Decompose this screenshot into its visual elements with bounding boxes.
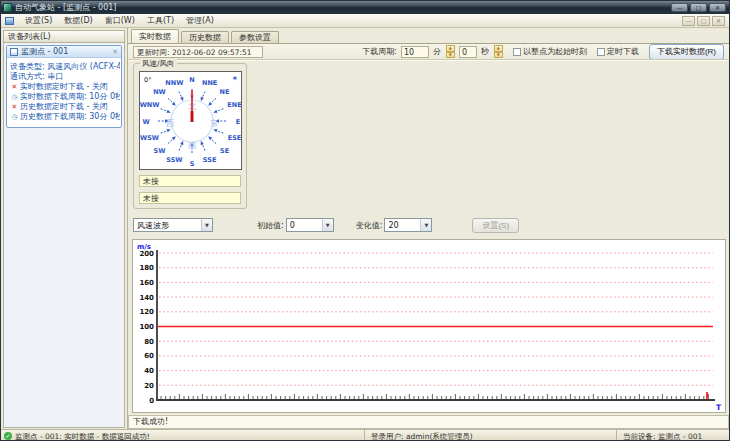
- minimize-button[interactable]: —: [671, 3, 688, 12]
- seconds-down-icon[interactable]: ▼: [494, 52, 503, 59]
- update-time-value: 2012-06-02 09:57:51: [172, 48, 252, 57]
- device-card[interactable]: 监测点 - 001 ✕ 设备类型: 风速风向仪 (ACFX-4)通讯方式: 串口…: [6, 45, 122, 128]
- success-check-icon: ✓: [4, 432, 12, 440]
- compass-direction-label: N: [189, 76, 194, 84]
- chart-panel: 020406080100120140160180200m/sT: [132, 239, 726, 413]
- compass-arrowhead: [213, 129, 217, 132]
- compass-arrowhead: [201, 141, 204, 145]
- mdi-window-buttons: —□✕: [682, 16, 725, 26]
- mdi-restore-button[interactable]: □: [697, 16, 710, 26]
- device-info-line: 通讯方式: 串口: [10, 72, 120, 82]
- minutes-down-icon[interactable]: ▼: [446, 52, 455, 59]
- device-info-line: 设备类型: 风速风向仪 (ACFX-4): [10, 62, 120, 72]
- wind-direction-field: 未接: [139, 175, 241, 187]
- maximize-button[interactable]: □: [690, 3, 707, 12]
- minutes-stepper[interactable]: ▲▼: [446, 45, 455, 58]
- device-status-line: ◷历史数据下载周期: 30分 0秒: [10, 112, 120, 122]
- compass-arrowhead: [208, 102, 212, 106]
- status-section-device: 当前设备: 监测点 - 001: [617, 430, 730, 441]
- compass-arrowhead: [166, 110, 170, 113]
- mdi-close-button[interactable]: ✕: [712, 16, 725, 26]
- y-tick-label: 0: [149, 397, 154, 405]
- compass-direction-label: SSW: [166, 156, 182, 164]
- tab-parameter-settings[interactable]: 参数设置: [231, 31, 279, 43]
- mdi-child-icon: [5, 17, 14, 25]
- y-axis-unit-label: m/s: [137, 243, 151, 251]
- menu-items: 设置(S)数据(D)窗口(W)工具(T)管理(A): [19, 14, 220, 27]
- device-list-header: 设备列表(L): [3, 30, 125, 43]
- chevron-down-icon: ▼: [201, 219, 212, 231]
- waveform-select[interactable]: 风速波形 ▼: [133, 218, 213, 232]
- compass-direction-label: NW: [153, 88, 166, 96]
- compass-arrow: [202, 91, 205, 97]
- compass-cn-label: 东: [210, 118, 219, 128]
- tab-history-data[interactable]: 历史数据: [181, 31, 229, 43]
- compass-arrowhead: [180, 97, 183, 101]
- y-tick-label: 100: [139, 323, 154, 331]
- compass-angle-label: 0°: [144, 76, 151, 84]
- toolbar: 更新时间: 2012-06-02 09:57:51 下载周期: 10 分 ▲▼ …: [128, 43, 729, 59]
- timed-download-checkbox[interactable]: [597, 48, 605, 56]
- seconds-unit-label: 秒: [481, 46, 489, 57]
- change-value: 20: [388, 221, 398, 230]
- compass-arrow: [161, 131, 167, 133]
- compass-direction-label: WSW: [140, 134, 159, 142]
- download-realtime-button[interactable]: 下载实时数据(R): [649, 44, 724, 60]
- close-red-icon: ✕: [10, 83, 19, 92]
- initial-value-select[interactable]: 0 ▼: [286, 218, 334, 232]
- seconds-input[interactable]: 0: [459, 46, 477, 58]
- seconds-stepper[interactable]: ▲▼: [494, 45, 503, 58]
- change-value-select[interactable]: 20 ▼: [384, 218, 432, 232]
- timed-download-checkbox-label: 定时下载: [607, 46, 639, 57]
- device-card-title: 监测点 - 001: [21, 46, 112, 57]
- device-status-line: ✕历史数据定时下载 - 关闭: [10, 102, 120, 112]
- status-result-text: 监测点 - 001: 实时数据 - 数据返回成功!: [15, 431, 150, 441]
- main-area: 实时数据历史数据参数设置 更新时间: 2012-06-02 09:57:51 下…: [127, 28, 729, 429]
- compass-arrowhead: [172, 102, 176, 106]
- compass-direction-label: WNW: [140, 101, 159, 109]
- settings-button[interactable]: 设置(S): [472, 218, 519, 233]
- align-start-checkbox[interactable]: [513, 48, 521, 56]
- compass-arrow: [161, 109, 167, 111]
- compass-arrowhead: [208, 136, 212, 140]
- chevron-down-icon: ▼: [322, 219, 333, 231]
- wind-group-box: 风速/风向 NNNENEENEEESESESSESSSWSWWSWWWNWNWN…: [133, 63, 247, 209]
- compass-direction-label: SW: [154, 147, 166, 155]
- download-status-message: 下载成功!: [128, 415, 729, 429]
- window-controls: — □ ✕: [671, 3, 726, 12]
- compass-direction-label: NNW: [165, 79, 183, 87]
- mdi-minimize-button[interactable]: —: [682, 16, 695, 26]
- tab-realtime-data[interactable]: 实时数据: [131, 29, 179, 43]
- menu-item-window[interactable]: 窗口(W): [99, 14, 141, 27]
- device-card-body: 设备类型: 风速风向仪 (ACFX-4)通讯方式: 串口✕实时数据定时下载 - …: [7, 58, 121, 127]
- clock-icon: ◷: [10, 113, 19, 122]
- status-user-text: 登录用户: admin(系统管理员): [371, 431, 473, 441]
- align-start-checkbox-label: 以整点为起始时刻: [523, 46, 587, 57]
- menu-item-tools[interactable]: 工具(T): [141, 14, 180, 27]
- title-bar: 自动气象站 - [监测点 - 001] — □ ✕: [1, 1, 729, 14]
- app-window: 自动气象站 - [监测点 - 001] — □ ✕ 设置(S)数据(D)窗口(W…: [0, 0, 730, 441]
- toolbar-right: 下载周期: 10 分 ▲▼ 0 秒 ▲▼ 以整点为起始时刻 定时下载 下载实时数…: [362, 44, 724, 60]
- close-button[interactable]: ✕: [709, 3, 726, 12]
- status-section-result: ✓ 监测点 - 001: 实时数据 - 数据返回成功!: [1, 430, 365, 441]
- menu-item-admin[interactable]: 管理(A): [180, 14, 220, 27]
- device-status-line: ◷实时数据下载周期: 10分 0秒: [10, 92, 120, 102]
- device-card-header[interactable]: 监测点 - 001 ✕: [7, 46, 121, 58]
- y-tick-label: 180: [139, 264, 154, 272]
- minutes-unit-label: 分: [433, 46, 441, 57]
- align-start-checkbox-wrap: 以整点为起始时刻: [513, 46, 587, 57]
- device-status-text: 实时数据定时下载 - 关闭: [20, 82, 108, 92]
- compass-cn-label: 西: [166, 118, 175, 128]
- change-value-label: 变化值:: [356, 220, 383, 231]
- menu-item-settings[interactable]: 设置(S): [19, 14, 58, 27]
- compass-direction-label: E: [236, 118, 240, 126]
- y-tick-label: 160: [139, 279, 154, 287]
- card-pin-icon[interactable]: ✕: [112, 48, 118, 56]
- menu-item-data[interactable]: 数据(D): [58, 14, 98, 27]
- minutes-input[interactable]: 10: [401, 46, 429, 58]
- status-device-text: 当前设备: 监测点 - 001: [623, 431, 702, 441]
- y-tick-label: 80: [144, 338, 154, 346]
- y-tick-label: 60: [144, 352, 154, 360]
- compass-arrowhead: [180, 141, 183, 145]
- compass-arrowhead: [166, 129, 170, 132]
